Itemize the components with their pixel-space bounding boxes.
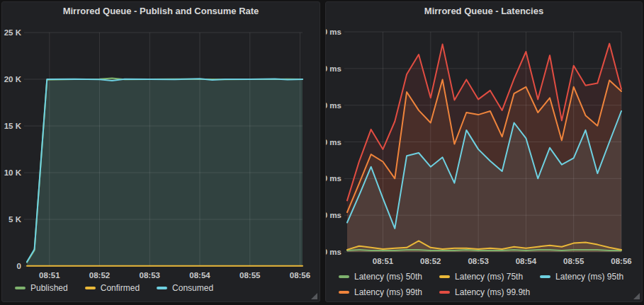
legend-item[interactable]: Latency (ms) 95th xyxy=(540,270,623,284)
rate-chart-plot[interactable]: 05 K10 K15 K20 K25 K08:5108:5208:5308:54… xyxy=(2,21,320,281)
svg-text:08:55: 08:55 xyxy=(239,271,261,280)
legend-series-swatch xyxy=(540,275,550,278)
svg-text:300 ms: 300 ms xyxy=(326,28,341,36)
legend-series-swatch xyxy=(85,287,96,289)
svg-text:0: 0 xyxy=(17,262,21,270)
legend-item[interactable]: Confirmed xyxy=(85,281,140,295)
legend-series-swatch xyxy=(339,291,349,294)
svg-text:250 ms: 250 ms xyxy=(326,64,341,73)
panel-resize-handle[interactable] xyxy=(633,293,640,299)
panel-resize-handle[interactable] xyxy=(311,293,317,299)
panel-title-publish-consume-rate[interactable]: Mirrored Queue - Publish and Consume Rat… xyxy=(2,2,320,21)
svg-text:08:54: 08:54 xyxy=(189,271,210,280)
svg-text:08:53: 08:53 xyxy=(468,257,488,265)
svg-text:08:51: 08:51 xyxy=(39,271,60,280)
svg-text:08:53: 08:53 xyxy=(140,271,160,280)
rate-chart-legend: PublishedConfirmedConsumed xyxy=(2,281,320,295)
legend-series-label: Latency (ms) 95th xyxy=(555,272,623,282)
legend-series-label: Latency (ms) 99th xyxy=(354,287,422,297)
svg-text:100 ms: 100 ms xyxy=(326,174,341,183)
legend-series-swatch xyxy=(339,275,349,278)
svg-text:08:56: 08:56 xyxy=(611,257,631,265)
legend-series-label: Published xyxy=(30,283,68,293)
legend-item[interactable]: Latency (ms) 99.9th xyxy=(439,285,530,299)
legend-item[interactable]: Latency (ms) 75th xyxy=(439,270,523,284)
svg-text:25 K: 25 K xyxy=(4,28,22,37)
svg-text:50 ms: 50 ms xyxy=(326,211,341,219)
svg-text:150 ms: 150 ms xyxy=(326,138,341,146)
dashboard: Mirrored Queue - Publish and Consume Rat… xyxy=(0,0,644,305)
svg-text:5 K: 5 K xyxy=(9,215,22,224)
legend-series-swatch xyxy=(157,287,167,289)
panel-title-latencies[interactable]: Mirrored Queue - Latencies xyxy=(326,2,642,21)
svg-text:08:56: 08:56 xyxy=(290,271,310,280)
legend-series-swatch xyxy=(15,287,26,289)
svg-text:08:52: 08:52 xyxy=(89,271,110,280)
legend-series-label: Latency (ms) 75th xyxy=(455,272,523,282)
legend-series-swatch xyxy=(439,275,450,278)
latency-chart-legend: Latency (ms) 50thLatency (ms) 75thLatenc… xyxy=(326,270,642,299)
legend-item[interactable]: Latency (ms) 50th xyxy=(339,270,422,284)
svg-text:08:51: 08:51 xyxy=(373,257,394,265)
svg-text:10 K: 10 K xyxy=(4,168,22,177)
svg-text:20 K: 20 K xyxy=(4,75,22,84)
svg-text:0 ms: 0 ms xyxy=(326,248,341,256)
svg-text:200 ms: 200 ms xyxy=(326,101,341,110)
legend-series-label: Latency (ms) 50th xyxy=(354,272,422,282)
panel-latencies: Mirrored Queue - Latencies 0 ms50 ms100 … xyxy=(325,1,643,302)
legend-item[interactable]: Published xyxy=(15,281,68,295)
legend-series-label: Confirmed xyxy=(101,283,140,293)
svg-text:08:54: 08:54 xyxy=(516,257,537,265)
legend-series-swatch xyxy=(439,291,450,294)
svg-text:15 K: 15 K xyxy=(4,122,22,130)
legend-series-label: Latency (ms) 99.9th xyxy=(455,287,530,297)
latency-chart-plot[interactable]: 0 ms50 ms100 ms150 ms200 ms250 ms300 ms0… xyxy=(326,21,642,270)
svg-text:08:55: 08:55 xyxy=(563,257,584,265)
legend-item[interactable]: Consumed xyxy=(157,281,213,295)
svg-text:08:52: 08:52 xyxy=(420,257,441,265)
legend-item[interactable]: Latency (ms) 99th xyxy=(339,285,422,299)
legend-series-label: Consumed xyxy=(172,283,213,293)
panel-publish-consume-rate: Mirrored Queue - Publish and Consume Rat… xyxy=(1,1,320,302)
